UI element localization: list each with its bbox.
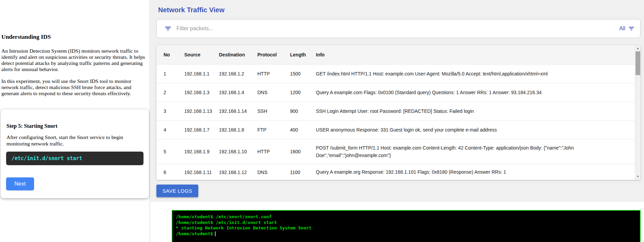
table-row: 2 192.168.1.3 192.168.1.4 DNS 1200 Query…: [156, 83, 641, 102]
cell-source: 192.168.1.1: [184, 71, 219, 76]
column-header-length: Length: [290, 52, 316, 57]
cell-destination: 192.168.1.4: [219, 90, 257, 95]
cell-destination: 192.168.1.12: [219, 170, 257, 175]
cell-destination: 192.168.1.8: [219, 127, 257, 133]
column-header-protocol: Protocol: [257, 52, 290, 57]
table-row: 1 192.168.1.1 192.168.1.2 HTTP 1500 GET …: [156, 64, 641, 83]
column-header-info: Info: [316, 52, 626, 57]
cell-length: 1600: [290, 149, 316, 154]
column-header-destination: Destination: [219, 52, 257, 57]
cell-info: Query A example.org Response: 192.168.1.…: [316, 168, 626, 176]
terminal-line: /home/student$ /etc/snort/snort.conf: [176, 214, 640, 220]
instructions-sidebar: Understanding IDS An Intrusion Detection…: [0, 0, 150, 242]
cell-protocol: SSH: [257, 108, 290, 114]
sidebar-heading: Understanding IDS: [1, 33, 150, 40]
cell-destination: 192.168.1.14: [219, 108, 257, 114]
step-title: Step 5: Starting Snort: [6, 123, 143, 129]
ids-intro-paragraph: An Intrusion Detection System (IDS) moni…: [1, 48, 149, 73]
cell-length: 1500: [290, 71, 316, 76]
terminal-line: * starting Network Intrusion Detection S…: [176, 225, 640, 231]
cell-source: 192.168.1.3: [184, 90, 219, 95]
screen: Understanding IDS An Intrusion Detection…: [0, 0, 644, 242]
cell-info: GET /index.html HTTP/1.1 Host: example.c…: [316, 70, 626, 77]
panel-title: Network Traffic View: [158, 6, 224, 14]
cell-info: Query A example.com Flags: 0x0100 (Stand…: [316, 89, 626, 96]
column-header-no: No: [164, 52, 184, 57]
terminal[interactable]: /home/student$ /etc/snort/snort.conf /ho…: [172, 210, 641, 242]
save-logs-button[interactable]: SAVE LOGS: [156, 185, 198, 197]
cell-info: USER anonymous Response: 331 Guest login…: [316, 126, 626, 134]
terminal-prompt: /home/student$: [176, 231, 213, 236]
cell-destination: 192.168.1.2: [219, 71, 257, 76]
scrollbar-up-arrow-icon[interactable]: ▲: [635, 46, 641, 51]
table-header-row: No Source Destination Protocol Length In…: [156, 45, 641, 64]
step-description: After configuring Snort, start the Snort…: [6, 134, 143, 147]
cell-length: 1200: [290, 90, 316, 95]
cell-protocol: HTTP: [257, 71, 290, 76]
table-scrollbar[interactable]: ▲ ▼: [635, 45, 641, 180]
cell-protocol: HTTP: [257, 149, 290, 154]
terminal-line: /home/student$ /etc/init.d/snort start: [176, 220, 640, 226]
table-row: 4 192.168.1.7 192.168.1.8 FTP 400 USER a…: [156, 120, 641, 139]
command-code-block: /etc/init.d/snort start: [6, 152, 143, 165]
cell-no: 4: [164, 127, 184, 133]
cell-protocol: FTP: [257, 127, 290, 133]
cell-source: 192.168.1.9: [184, 149, 219, 154]
cell-source: 192.168.1.13: [184, 108, 219, 114]
cell-length: 400: [290, 127, 316, 133]
packet-table: No Source Destination Protocol Length In…: [156, 45, 641, 180]
command-text: /etc/init.d/snort start: [12, 155, 82, 161]
terminal-cursor: [215, 231, 216, 236]
filter-list-icon: [628, 25, 635, 32]
protocol-filter-dropdown[interactable]: All: [619, 25, 635, 32]
terminal-prompt-line: /home/student$: [176, 231, 640, 237]
cell-length: 900: [290, 108, 316, 114]
table-row: 5 192.168.1.9 192.168.1.10 HTTP 1600 POS…: [156, 139, 641, 164]
table-row: 6 192.168.1.11 192.168.1.12 DNS 1100 Que…: [156, 164, 641, 180]
cell-no: 1: [164, 71, 184, 76]
filter-packets-input[interactable]: [176, 25, 619, 32]
scrollbar-thumb[interactable]: [635, 51, 640, 75]
cell-destination: 192.168.1.10: [219, 149, 257, 154]
filter-bar: All: [156, 19, 641, 38]
cell-protocol: DNS: [257, 90, 290, 95]
cell-protocol: DNS: [257, 170, 290, 175]
cell-no: 2: [164, 90, 184, 95]
cell-source: 192.168.1.11: [184, 170, 219, 175]
network-traffic-panel: Network Traffic View All No Source Desti…: [150, 0, 644, 202]
cell-info: SSH Login Attempt User: root Password: […: [316, 107, 626, 115]
step-card: Step 5: Starting Snort After configuring…: [1, 109, 149, 198]
scrollbar-down-arrow-icon[interactable]: ▼: [635, 174, 641, 179]
filter-list-icon: [164, 25, 172, 32]
filter-scope-label: All: [619, 25, 625, 32]
experiment-paragraph: In this experiment, you will use the Sno…: [1, 78, 149, 97]
next-button[interactable]: Next: [6, 177, 34, 190]
cell-source: 192.168.1.7: [184, 127, 219, 133]
cell-no: 5: [164, 149, 184, 154]
cell-no: 6: [164, 170, 184, 175]
table-row: 3 192.168.1.13 192.168.1.14 SSH 900 SSH …: [156, 102, 641, 120]
cell-length: 1100: [290, 170, 316, 175]
cell-no: 3: [164, 108, 184, 114]
column-header-source: Source: [184, 52, 219, 57]
cell-info: POST /submit_form HTTP/1.1 Host: example…: [316, 144, 626, 159]
